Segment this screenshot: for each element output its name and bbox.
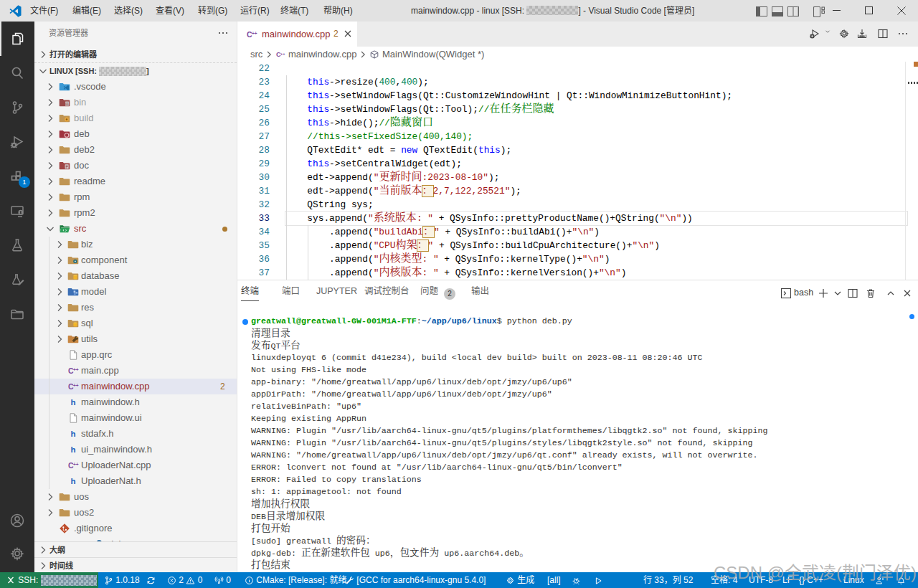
svg-text:h: h bbox=[71, 398, 76, 407]
svg-text:++: ++ bbox=[252, 31, 257, 36]
svg-text:h: h bbox=[71, 445, 76, 454]
svg-text:++: ++ bbox=[73, 383, 79, 388]
svg-text:++: ++ bbox=[280, 52, 285, 56]
svg-text:h: h bbox=[71, 477, 76, 485]
svg-text:++: ++ bbox=[73, 367, 79, 372]
svg-text:++: ++ bbox=[73, 462, 79, 467]
svg-text:01: 01 bbox=[65, 102, 69, 105]
svg-text:h: h bbox=[71, 430, 76, 438]
